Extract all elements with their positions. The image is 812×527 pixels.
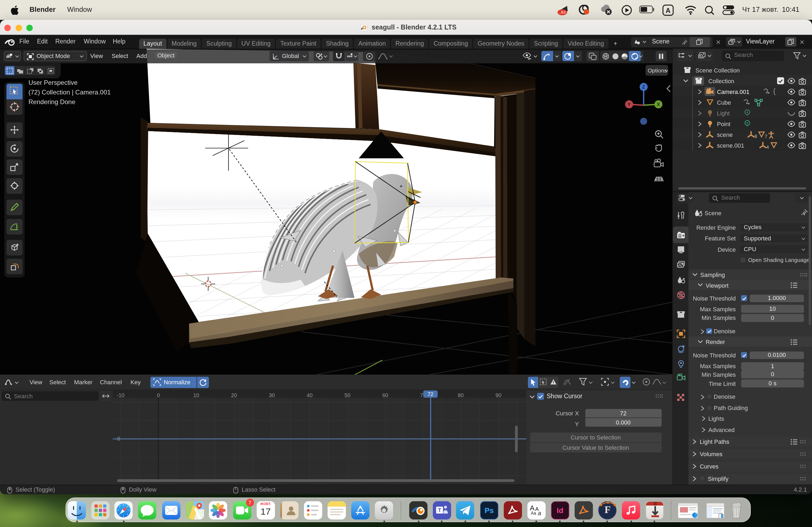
svg-text:50: 50	[345, 392, 350, 398]
svg-text:Z: Z	[642, 85, 645, 90]
svg-text:-10: -10	[117, 392, 125, 398]
svg-text:..83: ..83	[559, 10, 566, 15]
svg-text:72: 72	[427, 391, 433, 397]
svg-text:A: A	[666, 7, 670, 14]
svg-text:0: 0	[117, 436, 120, 442]
svg-text:80: 80	[458, 392, 463, 398]
svg-text:60: 60	[382, 392, 388, 398]
svg-text:T: T	[438, 507, 441, 513]
svg-text:X: X	[657, 102, 660, 107]
svg-text:90: 90	[495, 392, 501, 398]
svg-text:40: 40	[307, 392, 313, 398]
svg-text:0: 0	[157, 392, 160, 398]
svg-text:10: 10	[193, 392, 199, 398]
svg-text:Y: Y	[627, 102, 631, 107]
svg-text:30: 30	[269, 392, 275, 398]
svg-text:20: 20	[231, 392, 237, 398]
